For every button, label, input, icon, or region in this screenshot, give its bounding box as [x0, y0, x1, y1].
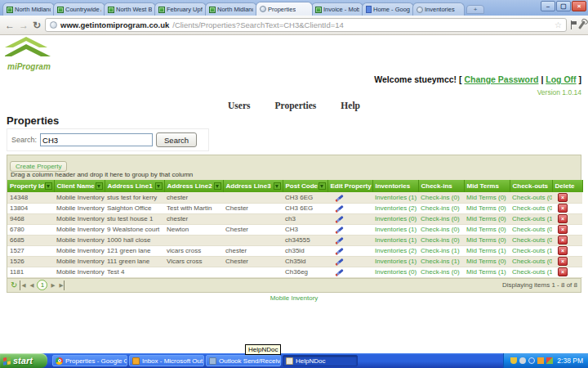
mid-terms-link[interactable]: Mid Terms (0) [466, 215, 506, 222]
delete-icon[interactable]: × [558, 246, 568, 255]
check-ins-link[interactable]: Check-ins (0) [421, 226, 460, 233]
edit-pencil-icon[interactable] [335, 195, 343, 202]
mid-terms-link[interactable]: Mid Terms (0) [466, 236, 506, 244]
filter-icon[interactable] [96, 182, 103, 190]
close-button[interactable]: × [572, 1, 586, 11]
check-ins-link[interactable]: Check-ins (0) [421, 194, 460, 201]
pager-prev-button[interactable]: ◀ [29, 280, 34, 290]
search-button[interactable]: Search [156, 132, 197, 147]
column-header[interactable]: Delete [552, 180, 582, 192]
edit-pencil-icon[interactable] [335, 248, 343, 255]
footer-link[interactable]: Mobile Inventory [0, 294, 588, 302]
pager-current-page[interactable]: 1 [37, 280, 47, 290]
check-ins-link[interactable]: Check-ins (1) [421, 258, 460, 265]
pager-first-button[interactable]: ◀ [20, 280, 26, 290]
tray-update-icon[interactable] [528, 357, 535, 364]
wrench-menu-icon[interactable] [578, 20, 586, 29]
minimize-button[interactable]: – [541, 1, 555, 11]
filter-icon[interactable] [274, 182, 281, 190]
column-header[interactable]: Mid Terms [464, 180, 510, 192]
column-header[interactable]: Post Code [283, 180, 327, 192]
forward-button[interactable]: → [19, 20, 29, 31]
tray-alert-icon[interactable] [537, 357, 544, 364]
inventories-link[interactable]: Inventories (1) [375, 236, 416, 244]
check-ins-link[interactable]: Check-ins (0) [421, 268, 460, 276]
browser-tab[interactable]: February Upfront S [154, 2, 207, 16]
pager-last-button[interactable]: ▶ [58, 280, 65, 290]
check-outs-link[interactable]: Check-outs (0) [512, 204, 552, 212]
edit-pencil-icon[interactable] [335, 216, 343, 223]
delete-icon[interactable]: × [558, 214, 568, 223]
inventories-link[interactable]: Inventories (1) [375, 194, 416, 201]
address-bar[interactable]: www.getintomiprogram.co.uk/Clients/Prope… [45, 18, 567, 32]
taskbar-item[interactable]: Outlook Send/Receiv... [206, 355, 281, 366]
back-button[interactable]: ← [5, 20, 15, 31]
check-outs-link[interactable]: Check-outs (1) [512, 215, 552, 222]
column-header[interactable]: Check-outs [510, 180, 552, 192]
column-header[interactable]: Inventories [372, 180, 418, 192]
check-outs-link[interactable]: Check-outs (0) [512, 258, 552, 265]
column-header[interactable]: Edit Property [327, 180, 372, 192]
inventories-link[interactable]: Inventories (2) [375, 204, 416, 212]
mid-terms-link[interactable]: Mid Terms (0) [466, 194, 506, 201]
edit-pencil-icon[interactable] [335, 237, 343, 245]
inventories-link[interactable]: Inventories (1) [375, 258, 416, 265]
log-off-link[interactable]: Log Off [546, 74, 576, 84]
nav-item-properties[interactable]: Properties [274, 101, 316, 110]
nav-item-help[interactable]: Help [341, 101, 360, 110]
check-outs-link[interactable]: Check-outs (0) [512, 236, 552, 244]
check-ins-link[interactable]: Check-ins (1) [421, 247, 460, 254]
bookmark-star-icon[interactable]: ☆ [555, 20, 562, 29]
check-outs-link[interactable]: Check-outs (1) [512, 247, 552, 254]
taskbar-item[interactable]: Properties - Google C... [52, 355, 127, 366]
column-header[interactable]: Client Name [54, 180, 105, 192]
check-outs-link[interactable]: Check-outs (0) [512, 194, 552, 201]
flag-icon[interactable] [571, 20, 577, 29]
filter-icon[interactable] [155, 182, 163, 190]
browser-tab[interactable]: Inventories [412, 2, 465, 16]
filter-icon[interactable] [45, 182, 52, 190]
filter-icon[interactable] [214, 182, 221, 190]
inventories-link[interactable]: Inventories (0) [375, 268, 416, 276]
delete-icon[interactable]: × [558, 225, 568, 234]
edit-pencil-icon[interactable] [335, 269, 343, 276]
reload-button[interactable]: ↻ [33, 20, 41, 31]
browser-tab[interactable]: Home - Google Doc [362, 2, 414, 16]
inventories-link[interactable]: Inventories (0) [375, 215, 416, 222]
pager-next-button[interactable]: ▶ [50, 280, 56, 290]
check-ins-link[interactable]: Check-ins (0) [421, 204, 460, 212]
edit-pencil-icon[interactable] [335, 227, 343, 234]
mid-terms-link[interactable]: Mid Terms (0) [466, 204, 506, 212]
filter-icon[interactable] [318, 182, 326, 190]
tray-display-icon[interactable] [546, 357, 553, 364]
maximize-button[interactable]: ▢ [556, 1, 571, 11]
column-header[interactable]: Address Line1 [105, 180, 164, 192]
browser-tab[interactable]: North West Booking [104, 2, 156, 16]
inventories-link[interactable]: Inventories (2) [375, 247, 416, 254]
inventories-link[interactable]: Inventories (1) [375, 226, 416, 233]
column-header[interactable]: Property Id [7, 180, 54, 192]
change-password-link[interactable]: Change Password [464, 74, 538, 84]
taskbar-item[interactable]: Inbox - Microsoft Out... [129, 355, 204, 366]
mid-terms-link[interactable]: Mid Terms (1) [466, 247, 506, 254]
check-ins-link[interactable]: Check-ins (0) [421, 215, 460, 222]
mid-terms-link[interactable]: Mid Terms (0) [466, 258, 506, 265]
mid-terms-link[interactable]: Mid Terms (0) [466, 226, 506, 233]
delete-icon[interactable]: × [558, 267, 568, 276]
browser-tab[interactable]: North Midlands Eas [205, 2, 257, 16]
column-header[interactable]: Address Line2 [164, 180, 223, 192]
delete-icon[interactable]: × [558, 257, 568, 266]
delete-icon[interactable]: × [558, 193, 568, 202]
refresh-icon[interactable]: ↻ [11, 280, 17, 290]
check-ins-link[interactable]: Check-ins (0) [421, 236, 460, 244]
edit-pencil-icon[interactable] [335, 258, 343, 266]
taskbar-item[interactable]: HelpNDoc [283, 355, 358, 366]
start-button[interactable]: start [0, 353, 47, 368]
browser-tab[interactable]: Invoice - Mobile Inv [311, 2, 363, 16]
browser-tab[interactable]: Properties [256, 2, 313, 16]
column-header[interactable]: Check-ins [418, 180, 464, 192]
check-outs-link[interactable]: Check-outs (1) [512, 268, 552, 276]
mid-terms-link[interactable]: Mid Terms (1) [466, 268, 506, 276]
browser-tab[interactable]: Countrywide Addre [53, 2, 105, 16]
delete-icon[interactable]: × [558, 204, 568, 213]
